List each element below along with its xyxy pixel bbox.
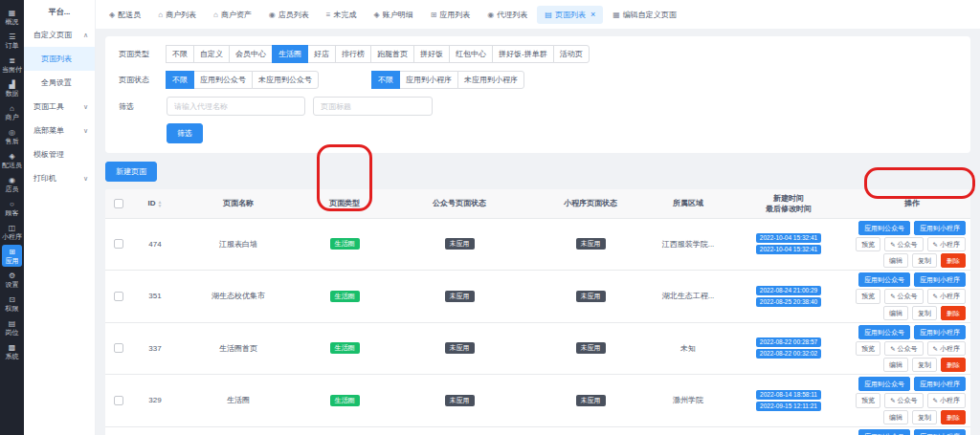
delete-button[interactable]: 删除 bbox=[941, 358, 966, 372]
tab[interactable]: ◉ 店员列表 bbox=[261, 6, 317, 24]
sidebar-icon-item[interactable]: ☰ 订单 bbox=[2, 30, 22, 52]
page-type-option[interactable]: 生活圈 bbox=[272, 45, 308, 63]
mp-status-option[interactable]: 未应用到公众号 bbox=[252, 71, 319, 89]
modified-time-badge: 2022-08-22 00:32:02 bbox=[756, 349, 821, 359]
page-type-option[interactable]: 会员中心 bbox=[229, 45, 273, 63]
sidebar-icon-item[interactable]: ◈ 配送员 bbox=[2, 149, 22, 171]
select-all-checkbox[interactable] bbox=[114, 199, 123, 208]
delete-button[interactable]: 删除 bbox=[941, 253, 966, 268]
preview-button[interactable]: 预览 bbox=[856, 289, 880, 304]
page-type-option[interactable]: 红包中心 bbox=[449, 45, 493, 63]
filter-submit-button[interactable]: 筛选 bbox=[167, 123, 203, 143]
copy-button[interactable]: 复制 bbox=[912, 306, 937, 320]
apply-to-mp-button[interactable]: 应用到公众号 bbox=[858, 272, 910, 287]
create-page-button[interactable]: 新建页面 bbox=[105, 162, 157, 182]
sort-icon[interactable]: ▲▼ bbox=[158, 200, 163, 207]
sidebar-icon-item[interactable]: ○ 顾客 bbox=[2, 197, 22, 219]
menu-item[interactable]: 底部菜单 ∨ bbox=[24, 119, 95, 142]
tab[interactable]: ◈ 账户明细 bbox=[367, 6, 421, 24]
sidebar-icon-item[interactable]: ▩ 系统 bbox=[2, 340, 22, 362]
page-title-input[interactable] bbox=[313, 97, 433, 116]
menu-item[interactable]: 自定义页面 ∧ bbox=[24, 23, 95, 47]
copy-button[interactable]: 复制 bbox=[912, 358, 937, 372]
table-row: 337 生活圈首页 生活圈 未应用 未应用 未知 2022-08-22 00:2… bbox=[105, 322, 970, 375]
tab[interactable]: ◈ 配送员 bbox=[101, 6, 148, 24]
link-icon: ✎ bbox=[933, 241, 938, 248]
mini-status-option[interactable]: 应用到小程序 bbox=[399, 71, 458, 89]
page-type-option[interactable]: 好店 bbox=[307, 45, 336, 63]
page-type-badge: 生活圈 bbox=[330, 342, 360, 354]
row-checkbox[interactable] bbox=[114, 396, 123, 405]
close-icon[interactable]: × bbox=[590, 10, 595, 19]
apply-to-mp-button[interactable]: 应用到公众号 bbox=[858, 221, 910, 235]
apply-to-mini-button[interactable]: 应用到小程序 bbox=[914, 221, 966, 235]
preview-button[interactable]: 预览 bbox=[856, 237, 880, 252]
edit-button[interactable]: 编辑 bbox=[883, 306, 908, 320]
apply-to-mini-button[interactable]: 应用到小程序 bbox=[914, 325, 966, 339]
mini-status-option[interactable]: 未应用到小程序 bbox=[457, 71, 524, 89]
sidebar-icon-item[interactable]: ◫ 小程序 bbox=[2, 221, 22, 243]
copy-button[interactable]: 复制 bbox=[912, 253, 937, 268]
menu-item[interactable]: 全局设置 bbox=[24, 71, 95, 95]
agent-name-input[interactable] bbox=[167, 97, 305, 116]
edit-button[interactable]: 编辑 bbox=[883, 253, 908, 268]
edit-button[interactable]: 编辑 bbox=[883, 358, 908, 372]
page-type-option[interactable]: 不限 bbox=[166, 45, 194, 63]
page-type-option[interactable]: 活动页 bbox=[553, 45, 590, 63]
sidebar-icon-item[interactable]: ◎ 售后 bbox=[2, 125, 22, 147]
page-type-option[interactable]: 跑腿首页 bbox=[370, 45, 414, 63]
sidebar-icon-item[interactable]: ≣ 当面付 bbox=[2, 54, 22, 76]
row-checkbox[interactable] bbox=[114, 343, 123, 353]
sidebar-icon-item[interactable]: ◉ 店员 bbox=[2, 173, 22, 195]
tab[interactable]: ≡ 未完成 bbox=[319, 6, 365, 24]
menu-item[interactable]: 打印机 ∨ bbox=[24, 166, 95, 190]
tab[interactable]: ⌂ 商户资产 bbox=[206, 6, 259, 24]
page-type-button-group: 不限 自定义 会员中心 生活圈 好店 排行榜 跑腿首页 bbox=[167, 45, 590, 63]
preview-button[interactable]: 预览 bbox=[856, 341, 880, 357]
sidebar-icon-item[interactable]: ⚙ 设置 bbox=[2, 269, 22, 291]
sidebar-icon-item[interactable]: ▤ 岗位 bbox=[2, 316, 22, 338]
page-type-option[interactable]: 拼好饭-拼单群 bbox=[492, 45, 554, 63]
tab-label: 代理列表 bbox=[497, 10, 527, 20]
delete-button[interactable]: 删除 bbox=[941, 306, 966, 320]
apply-to-mp-button[interactable]: 应用到公众号 bbox=[858, 325, 910, 339]
mini-link-button[interactable]: ✎ 小程序 bbox=[927, 341, 966, 357]
mini-status-option[interactable]: 不限 bbox=[371, 71, 400, 89]
mp-link-button[interactable]: ✎ 公众号 bbox=[884, 341, 923, 357]
mini-link-button[interactable]: ✎ 小程序 bbox=[927, 393, 966, 408]
tab[interactable]: ⌂ 商户列表 bbox=[150, 6, 204, 24]
page-type-option[interactable]: 拼好饭 bbox=[413, 45, 450, 63]
sidebar-icon-item[interactable]: ⊞ 应用 bbox=[2, 245, 22, 267]
apply-to-mini-button[interactable]: 应用到小程序 bbox=[914, 272, 966, 287]
sidebar-icon-item[interactable]: ⌂ 商户 bbox=[2, 101, 22, 123]
mini-link-button[interactable]: ✎ 小程序 bbox=[927, 289, 966, 304]
preview-button[interactable]: 预览 bbox=[856, 393, 880, 408]
apply-to-mini-button[interactable]: 应用到小程序 bbox=[914, 377, 966, 391]
tab[interactable]: ▦ 编辑自定义页面 bbox=[605, 6, 684, 24]
mp-link-button[interactable]: ✎ 公众号 bbox=[884, 289, 923, 304]
sidebar-icon-item[interactable]: ▦ 概况 bbox=[2, 6, 22, 28]
apply-to-mp-button[interactable]: 应用到公众号 bbox=[858, 429, 910, 435]
sidebar-icon-item[interactable]: ▟ 数据 bbox=[2, 77, 22, 99]
row-checkbox[interactable] bbox=[114, 239, 123, 249]
page-type-option[interactable]: 排行榜 bbox=[335, 45, 371, 63]
menu-item[interactable]: 页面工具 ∨ bbox=[24, 95, 95, 119]
tab[interactable]: ◉ 代理列表 bbox=[479, 6, 535, 24]
page-type-option[interactable]: 自定义 bbox=[193, 45, 230, 63]
apply-to-mini-button[interactable]: 应用到小程序 bbox=[914, 429, 966, 435]
menu-item[interactable]: 模板管理 bbox=[24, 142, 95, 166]
apply-to-mp-button[interactable]: 应用到公众号 bbox=[858, 377, 910, 391]
mp-link-button[interactable]: ✎ 公众号 bbox=[884, 393, 923, 408]
mp-status-option[interactable]: 应用到公众号 bbox=[193, 71, 253, 89]
mp-status-option[interactable]: 不限 bbox=[166, 71, 194, 89]
edit-button[interactable]: 编辑 bbox=[883, 410, 908, 424]
copy-button[interactable]: 复制 bbox=[912, 410, 937, 424]
row-checkbox[interactable] bbox=[114, 292, 123, 301]
delete-button[interactable]: 删除 bbox=[941, 410, 966, 424]
tab[interactable]: ▤ 页面列表 × bbox=[537, 6, 603, 24]
mp-link-button[interactable]: ✎ 公众号 bbox=[884, 237, 923, 252]
mini-link-button[interactable]: ✎ 小程序 bbox=[927, 237, 966, 252]
menu-item[interactable]: 页面列表 bbox=[24, 47, 95, 71]
sidebar-icon-item[interactable]: ⊡ 权限 bbox=[2, 293, 22, 315]
tab[interactable]: ⊞ 应用列表 bbox=[423, 6, 479, 24]
